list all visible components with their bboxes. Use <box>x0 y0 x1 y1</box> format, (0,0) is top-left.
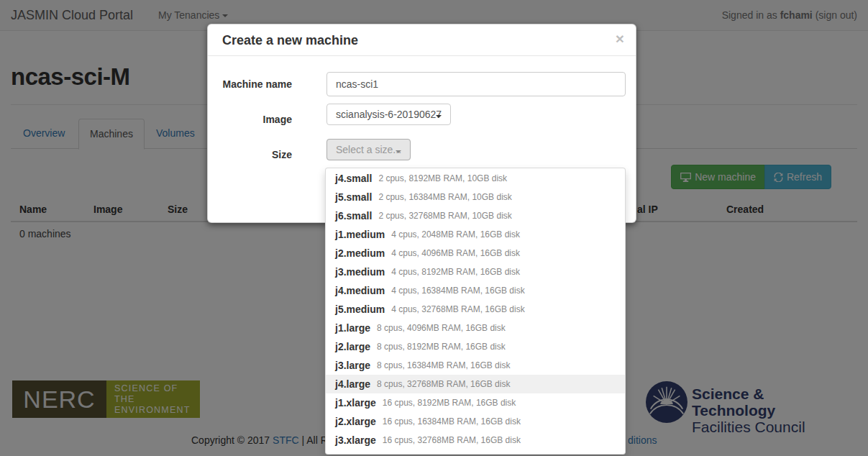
size-option-name: j1.large <box>335 322 370 334</box>
size-option-spec: 2 cpus, 8192MB RAM, 10GB disk <box>378 173 507 183</box>
size-select-placeholder: Select a size... <box>336 144 401 155</box>
size-option-spec: 16 cpus, 8192MB RAM, 16GB disk <box>383 398 516 408</box>
size-option-name: j3.xlarge <box>335 434 376 446</box>
size-option[interactable]: j1.xlarge 16 cpus, 8192MB RAM, 16GB disk <box>326 393 625 412</box>
size-option[interactable]: j6.small 2 cpus, 32768MB RAM, 10GB disk <box>326 206 625 225</box>
size-option-spec: 2 cpus, 32768MB RAM, 10GB disk <box>378 211 511 221</box>
size-option[interactable]: j3.medium 4 cpus, 8192MB RAM, 16GB disk <box>326 263 625 281</box>
size-dropdown-menu: j4.small 2 cpus, 8192MB RAM, 10GB disk j… <box>325 168 626 455</box>
close-icon[interactable]: × <box>616 31 624 46</box>
size-option[interactable]: j2.medium 4 cpus, 4096MB RAM, 16GB disk <box>326 244 625 263</box>
modal-title: Create a new machine <box>222 33 358 48</box>
size-option[interactable]: j2.large 8 cpus, 8192MB RAM, 16GB disk <box>326 337 625 356</box>
size-option-spec: 4 cpus, 16384MB RAM, 16GB disk <box>391 286 524 296</box>
size-select[interactable]: Select a size... <box>326 139 411 160</box>
size-option[interactable]: j3.large 8 cpus, 16384MB RAM, 16GB disk <box>326 356 625 375</box>
size-row: Size Select a size... <box>208 142 636 167</box>
size-option-name: j2.medium <box>335 247 385 259</box>
image-row: Image scianalysis-6-20190627 <box>208 107 636 132</box>
chevron-down-icon <box>436 115 442 118</box>
size-option-name: j1.xlarge <box>335 397 376 409</box>
machine-name-input[interactable] <box>326 72 626 96</box>
chevron-down-icon <box>396 150 401 153</box>
size-option[interactable]: j2.xlarge 16 cpus, 16384MB RAM, 16GB dis… <box>326 412 625 431</box>
image-label: Image <box>208 107 292 132</box>
size-option-name: j6.small <box>335 210 372 222</box>
size-option-name: j5.small <box>335 191 372 203</box>
size-option-name: j1.medium <box>335 229 385 240</box>
size-option-spec: 4 cpus, 2048MB RAM, 16GB disk <box>391 229 520 240</box>
size-option-spec: 4 cpus, 4096MB RAM, 16GB disk <box>391 248 520 258</box>
machine-name-row: Machine name <box>208 72 636 96</box>
size-label: Size <box>208 142 292 167</box>
size-option-name: j3.medium <box>335 266 385 278</box>
size-option-name: j2.xlarge <box>335 416 376 427</box>
size-option-spec: 8 cpus, 16384MB RAM, 16GB disk <box>377 360 510 370</box>
size-option-name: j4.medium <box>335 285 385 296</box>
size-option-spec: 8 cpus, 8192MB RAM, 16GB disk <box>377 342 506 352</box>
size-option-spec: 8 cpus, 4096MB RAM, 16GB disk <box>377 323 506 333</box>
size-option[interactable]: j4.large 8 cpus, 32768MB RAM, 16GB disk <box>326 375 625 393</box>
size-option[interactable]: j4.small 2 cpus, 8192MB RAM, 10GB disk <box>326 169 625 188</box>
size-option-spec: 16 cpus, 32768MB RAM, 16GB disk <box>383 435 521 445</box>
size-option-spec: 8 cpus, 32768MB RAM, 16GB disk <box>377 379 510 389</box>
size-option-name: j5.medium <box>335 304 385 315</box>
size-option[interactable]: j4.medium 4 cpus, 16384MB RAM, 16GB disk <box>326 281 625 300</box>
size-option-spec: 2 cpus, 16384MB RAM, 10GB disk <box>378 192 511 202</box>
size-option-name: j4.large <box>335 378 370 390</box>
size-option-spec: 16 cpus, 16384MB RAM, 16GB disk <box>383 416 521 427</box>
image-select-value: scianalysis-6-20190627 <box>336 109 442 120</box>
size-option[interactable]: j1.large 8 cpus, 4096MB RAM, 16GB disk <box>326 319 625 337</box>
size-option[interactable]: j5.medium 4 cpus, 32768MB RAM, 16GB disk <box>326 300 625 319</box>
size-option[interactable]: j1.medium 4 cpus, 2048MB RAM, 16GB disk <box>326 225 625 244</box>
size-option-name: j2.large <box>335 341 370 352</box>
size-option-spec: 4 cpus, 32768MB RAM, 16GB disk <box>391 304 524 314</box>
machine-name-label: Machine name <box>208 72 292 96</box>
size-option[interactable]: j5.small 2 cpus, 16384MB RAM, 10GB disk <box>326 188 625 206</box>
image-select[interactable]: scianalysis-6-20190627 <box>326 104 451 125</box>
modal-header: Create a new machine × <box>208 24 636 56</box>
size-option-spec: 4 cpus, 8192MB RAM, 16GB disk <box>391 267 520 277</box>
size-option-name: j3.large <box>335 360 370 371</box>
size-option[interactable]: j3.xlarge 16 cpus, 32768MB RAM, 16GB dis… <box>326 431 625 450</box>
size-option-name: j4.small <box>335 173 372 184</box>
